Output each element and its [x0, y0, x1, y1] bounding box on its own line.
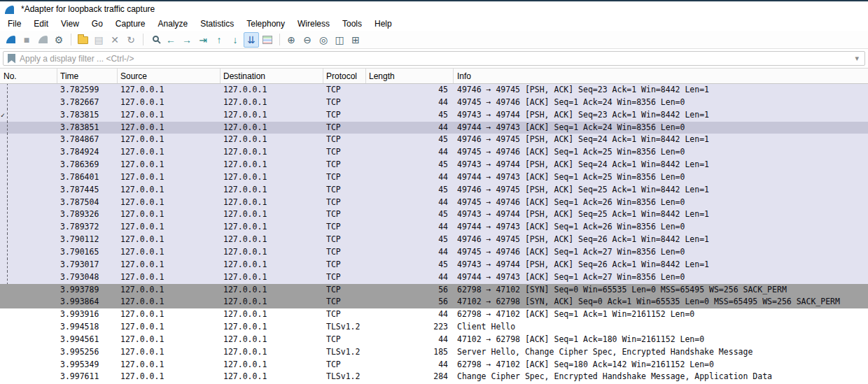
packet-row[interactable]: 172 3.993864 127.0.0.1 127.0.0.1 TCP 56 … [0, 296, 868, 308]
capture-options-icon[interactable]: ⚙ [51, 32, 66, 48]
packet-no-cell: 170 [0, 271, 57, 284]
packet-info-cell: 49745 → 49746 [ACK] Seq=1 Ack=24 Win=835… [454, 97, 868, 109]
menu-statistics[interactable]: Statistics [194, 17, 240, 30]
open-file-icon[interactable] [75, 32, 90, 48]
menu-help[interactable]: Help [368, 17, 398, 30]
resize-columns-icon[interactable]: ◫ [332, 32, 347, 48]
packet-time-cell: 3.994518 [57, 321, 118, 334]
menu-edit[interactable]: Edit [27, 17, 55, 30]
column-header-length[interactable]: Length [366, 69, 454, 83]
save-file-icon[interactable]: ▤ [91, 32, 106, 48]
column-header-time[interactable]: Time [57, 69, 118, 83]
menu-go[interactable]: Go [85, 17, 109, 30]
packet-row[interactable]: 160 3.784924 127.0.0.1 127.0.0.1 TCP 44 … [0, 146, 868, 159]
packet-row[interactable]: 171 3.993789 127.0.0.1 127.0.0.1 TCP 56 … [0, 284, 868, 297]
packet-source-cell: 127.0.0.1 [118, 346, 220, 359]
packet-no-cell: 162 [0, 171, 57, 184]
packet-row[interactable]: 163 3.787445 127.0.0.1 127.0.0.1 TCP 45 … [0, 184, 868, 197]
related-packet-line [7, 122, 8, 134]
packet-time-cell: 3.995256 [57, 346, 118, 359]
packet-source-cell: 127.0.0.1 [118, 146, 220, 159]
go-first-packet-icon[interactable]: ↑ [211, 32, 227, 48]
reload-file-icon[interactable]: ↻ [123, 32, 139, 48]
menu-file[interactable]: File [1, 17, 27, 30]
packet-row[interactable]: 164 3.787504 127.0.0.1 127.0.0.1 TCP 44 … [0, 197, 868, 209]
packet-source-cell: 127.0.0.1 [118, 234, 220, 246]
menu-capture[interactable]: Capture [109, 17, 152, 30]
packet-protocol-cell: TCP [323, 146, 366, 159]
packet-row[interactable]: 173 3.993916 127.0.0.1 127.0.0.1 TCP 44 … [0, 308, 868, 321]
packet-protocol-cell: TCP [323, 208, 366, 221]
packet-length-cell: 44 [366, 221, 454, 234]
packet-row[interactable]: 167 3.790112 127.0.0.1 127.0.0.1 TCP 45 … [0, 234, 868, 246]
related-packet-line [7, 271, 8, 284]
go-forward-icon[interactable]: → [179, 32, 195, 48]
colorize-icon[interactable] [260, 32, 275, 48]
packet-info-cell: 49746 → 49745 [PSH, ACK] Seq=23 Ack=1 Wi… [454, 84, 868, 97]
packet-row[interactable]: ✓ 157 3.783815 127.0.0.1 127.0.0.1 TCP 4… [0, 109, 868, 122]
packet-time-cell: 3.790165 [57, 246, 118, 259]
menu-view[interactable]: View [55, 17, 85, 30]
menu-telephony[interactable]: Telephony [240, 17, 291, 30]
packet-row[interactable]: 165 3.789326 127.0.0.1 127.0.0.1 TCP 45 … [0, 208, 868, 221]
auto-scroll-icon[interactable]: ⇊ [244, 32, 259, 48]
related-packet-line [7, 159, 8, 171]
go-to-packet-icon[interactable]: ⇥ [195, 32, 211, 48]
packet-row[interactable]: 156 3.782667 127.0.0.1 127.0.0.1 TCP 44 … [0, 97, 868, 109]
packet-protocol-cell: TCP [323, 246, 366, 259]
stop-capture-icon[interactable]: ■ [19, 32, 34, 48]
menu-wireless[interactable]: Wireless [291, 17, 336, 30]
find-packet-icon[interactable] [147, 32, 162, 48]
close-file-icon[interactable]: ✕ [107, 32, 122, 48]
packet-row[interactable]: 177 3.995349 127.0.0.1 127.0.0.1 TCP 44 … [0, 359, 868, 371]
start-capture-icon[interactable] [3, 32, 18, 48]
packet-row[interactable]: 155 3.782599 127.0.0.1 127.0.0.1 TCP 45 … [0, 84, 868, 97]
packet-length-cell: 185 [366, 346, 454, 359]
packet-info-cell: 49744 → 49743 [ACK] Seq=1 Ack=27 Win=835… [454, 271, 868, 284]
packet-destination-cell: 127.0.0.1 [220, 246, 323, 259]
column-header-no[interactable]: No. [0, 69, 57, 83]
packet-protocol-cell: TLSv1.2 [323, 371, 366, 383]
column-header-info[interactable]: Info [454, 69, 868, 83]
packet-row[interactable]: 159 3.784867 127.0.0.1 127.0.0.1 TCP 45 … [0, 134, 868, 146]
packet-length-cell: 45 [366, 234, 454, 246]
related-packet-line [7, 197, 8, 209]
packet-row[interactable]: 175 3.994561 127.0.0.1 127.0.0.1 TCP 44 … [0, 334, 868, 346]
filter-bookmark-icon[interactable] [8, 54, 15, 64]
column-header-protocol[interactable]: Protocol [323, 69, 366, 83]
zoom-in-icon[interactable]: ⊕ [284, 32, 299, 48]
column-header-source[interactable]: Source [118, 69, 220, 83]
packet-no-cell: 175 [0, 334, 57, 346]
restart-capture-icon[interactable] [35, 32, 50, 48]
packet-row[interactable]: 176 3.995256 127.0.0.1 127.0.0.1 TLSv1.2… [0, 346, 868, 359]
packet-row[interactable]: 161 3.786369 127.0.0.1 127.0.0.1 TCP 45 … [0, 159, 868, 171]
packet-destination-cell: 127.0.0.1 [220, 197, 323, 209]
menu-analyze[interactable]: Analyze [152, 17, 195, 30]
packet-info-cell: 49743 → 49744 [PSH, ACK] Seq=23 Ack=1 Wi… [454, 109, 868, 122]
filter-text-field[interactable] [20, 54, 850, 64]
packet-length-cell: 44 [366, 246, 454, 259]
go-last-packet-icon[interactable]: ↓ [227, 32, 243, 48]
reset-layout-icon[interactable]: ⊞ [348, 32, 363, 48]
related-packet-line [7, 97, 8, 109]
packet-no-cell: 160 [0, 146, 57, 159]
packet-row[interactable]: 178 3.997611 127.0.0.1 127.0.0.1 TLSv1.2… [0, 371, 868, 383]
menu-tools[interactable]: Tools [336, 17, 368, 30]
display-filter-input[interactable]: ▾ [3, 51, 865, 66]
packet-info-cell: Server Hello, Change Cipher Spec, Encryp… [454, 346, 868, 359]
zoom-original-icon[interactable]: ◎ [316, 32, 331, 48]
packet-row[interactable]: 166 3.789372 127.0.0.1 127.0.0.1 TCP 44 … [0, 221, 868, 234]
packet-row[interactable]: 169 3.793017 127.0.0.1 127.0.0.1 TCP 45 … [0, 259, 868, 271]
packet-row[interactable]: 168 3.790165 127.0.0.1 127.0.0.1 TCP 44 … [0, 246, 868, 259]
column-header-destination[interactable]: Destination [220, 69, 323, 83]
packet-row[interactable]: 158 3.783851 127.0.0.1 127.0.0.1 TCP 44 … [0, 122, 868, 134]
chevron-down-icon[interactable]: ▾ [855, 54, 860, 63]
packet-no-cell: 173 [0, 308, 57, 321]
related-packet-line [7, 109, 8, 122]
title-bar[interactable]: *Adapter for loopback traffic capture [0, 1, 868, 17]
packet-row[interactable]: 162 3.786401 127.0.0.1 127.0.0.1 TCP 44 … [0, 171, 868, 184]
packet-row[interactable]: 174 3.994518 127.0.0.1 127.0.0.1 TLSv1.2… [0, 321, 868, 334]
go-back-icon[interactable]: ← [163, 32, 178, 48]
packet-row[interactable]: 170 3.793048 127.0.0.1 127.0.0.1 TCP 44 … [0, 271, 868, 284]
zoom-out-icon[interactable]: ⊖ [300, 32, 315, 48]
